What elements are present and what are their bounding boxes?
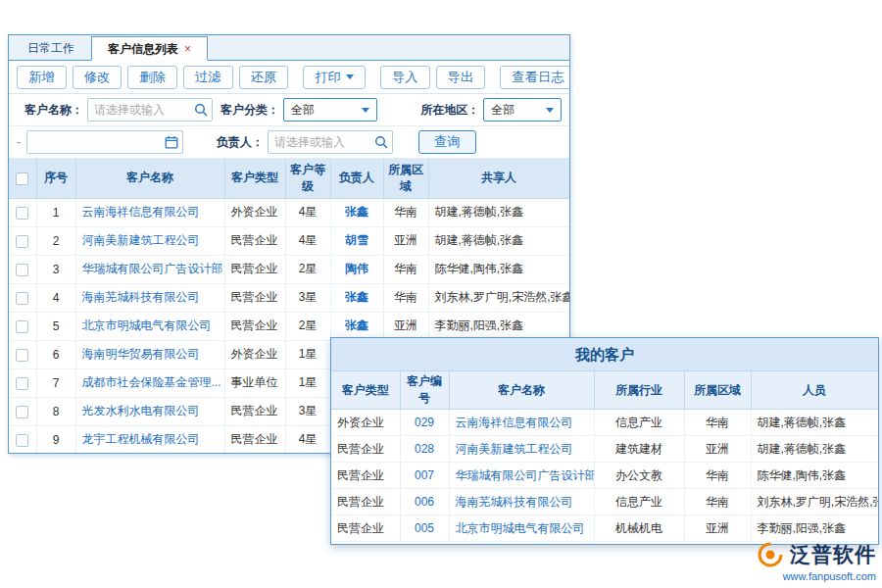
tab-daily-work[interactable]: 日常工作 bbox=[11, 35, 91, 60]
customer-name-link[interactable]: 北京市明城电气有限公司 bbox=[82, 318, 212, 332]
owner-search-box bbox=[268, 130, 393, 154]
export-button[interactable]: 导出 bbox=[436, 66, 486, 89]
filter-button[interactable]: 过滤 bbox=[183, 66, 233, 89]
owner-link[interactable]: 张鑫 bbox=[345, 318, 368, 332]
owner-link[interactable]: 陶伟 bbox=[345, 262, 368, 275]
cell-no: 4 bbox=[36, 283, 75, 312]
customer-category-select[interactable]: 全部 bbox=[283, 98, 377, 122]
cell-people: 胡建,蒋德帧,张鑫 bbox=[751, 410, 878, 436]
date-range-dash: - bbox=[17, 135, 21, 149]
row-checkbox[interactable] bbox=[16, 235, 28, 248]
table-row[interactable]: 民营企业 028 河南美新建筑工程公司 建筑建材 亚洲 胡建,蒋德帧,张鑫 bbox=[331, 436, 878, 463]
search-icon[interactable] bbox=[194, 103, 208, 117]
customer-name-link[interactable]: 河南美新建筑工程公司 bbox=[456, 442, 573, 456]
table-header-row: 序号 客户名称 客户类型 客户等级 负责人 所属区域 共享人 bbox=[9, 159, 569, 198]
toolbar: 新增 修改 删除 过滤 还原 打印 导入 导出 查看日志 bbox=[9, 61, 569, 94]
cell-region: 亚洲 bbox=[684, 515, 751, 542]
row-checkbox[interactable] bbox=[16, 434, 28, 447]
customer-name-link[interactable]: 海南芜城科技有限公司 bbox=[456, 495, 573, 509]
row-checkbox[interactable] bbox=[16, 349, 28, 362]
table-row[interactable]: 民营企业 006 海南芜城科技有限公司 信息产业 华南 刘东林,罗广明,宋浩然,… bbox=[331, 489, 878, 515]
tab-customer-list[interactable]: 客户信息列表× bbox=[91, 36, 208, 61]
customer-name-link[interactable]: 云南海祥信息有限公司 bbox=[456, 416, 573, 429]
cell-level: 2星 bbox=[285, 255, 330, 283]
col-header-type: 客户类型 bbox=[224, 159, 285, 198]
restore-button[interactable]: 还原 bbox=[239, 66, 289, 89]
cell-region: 亚洲 bbox=[383, 226, 428, 255]
row-checkbox[interactable] bbox=[16, 406, 28, 418]
customer-code-link[interactable]: 028 bbox=[415, 442, 434, 456]
my-customers-panel: 我的客户 客户类型 客户编号 客户名称 所属行业 所属区域 人员 外资企业 02… bbox=[330, 337, 879, 545]
customer-name-link[interactable]: 海南芜城科技有限公司 bbox=[82, 290, 200, 304]
customer-code-link[interactable]: 007 bbox=[415, 468, 434, 482]
customer-name-link[interactable]: 华瑞城有限公司广告设计部 bbox=[82, 262, 223, 275]
customer-name-link[interactable]: 云南海祥信息有限公司 bbox=[82, 205, 200, 219]
cell-type: 民营企业 bbox=[331, 515, 400, 542]
calendar-icon[interactable] bbox=[165, 135, 178, 149]
customer-name-link[interactable]: 龙宇工程机械有限公司 bbox=[82, 432, 200, 446]
cell-shared: 李勤丽,阳强,张鑫 bbox=[428, 312, 569, 340]
table-row[interactable]: 3 华瑞城有限公司广告设计部 民营企业 2星 陶伟 华南 陈华健,陶伟,张鑫 bbox=[9, 255, 569, 283]
delete-button[interactable]: 删除 bbox=[127, 66, 177, 89]
logo-website-link[interactable]: www.fanpusoft.com bbox=[783, 570, 876, 582]
cell-type: 民营企业 bbox=[224, 397, 285, 425]
col-header-no: 序号 bbox=[36, 159, 75, 198]
print-button[interactable]: 打印 bbox=[303, 66, 366, 89]
table-row[interactable]: 4 海南芜城科技有限公司 民营企业 3星 张鑫 华南 刘东林,罗广明,宋浩然,张… bbox=[9, 283, 569, 312]
row-checkbox[interactable] bbox=[16, 264, 28, 276]
cell-people: 陈华健,陶伟,张鑫 bbox=[751, 463, 878, 489]
select-all-checkbox[interactable] bbox=[16, 172, 28, 185]
owner-label: 负责人： bbox=[217, 134, 264, 151]
tab-daily-work-label: 日常工作 bbox=[27, 41, 74, 55]
customer-code-link[interactable]: 005 bbox=[415, 521, 434, 535]
search-icon[interactable] bbox=[374, 135, 388, 149]
customer-name-link[interactable]: 华瑞城有限公司广告设计部 bbox=[456, 468, 595, 482]
cell-region: 华南 bbox=[383, 198, 428, 226]
cell-type: 民营企业 bbox=[224, 283, 285, 312]
query-button[interactable]: 查询 bbox=[418, 130, 476, 154]
row-checkbox[interactable] bbox=[16, 207, 28, 220]
add-button[interactable]: 新增 bbox=[17, 66, 67, 89]
row-checkbox[interactable] bbox=[16, 292, 28, 305]
my-customers-table: 客户类型 客户编号 客户名称 所属行业 所属区域 人员 外资企业 029 云南海… bbox=[331, 371, 879, 542]
customer-name-search-box bbox=[87, 98, 213, 122]
cell-type: 民营企业 bbox=[331, 436, 400, 463]
cell-level: 1星 bbox=[285, 340, 330, 368]
cell-shared: 刘东林,罗广明,宋浩然,张鑫 bbox=[428, 283, 569, 312]
table-row[interactable]: 民营企业 007 华瑞城有限公司广告设计部 办公文教 华南 陈华健,陶伟,张鑫 bbox=[331, 463, 878, 489]
table-row[interactable]: 2 河南美新建筑工程公司 民营企业 4星 胡雪 亚洲 胡建,蒋德帧,张鑫 bbox=[9, 226, 569, 255]
cell-region: 亚洲 bbox=[383, 312, 428, 340]
table-row[interactable]: 1 云南海祥信息有限公司 外资企业 4星 张鑫 华南 胡建,蒋德帧,张鑫 bbox=[9, 198, 569, 226]
cell-no: 5 bbox=[36, 312, 75, 340]
cell-region: 华南 bbox=[383, 283, 428, 312]
date-input[interactable] bbox=[26, 130, 183, 154]
cell-no: 7 bbox=[36, 368, 75, 397]
tab-customer-list-label: 客户信息列表 bbox=[108, 42, 178, 56]
view-log-button[interactable]: 查看日志 bbox=[500, 66, 570, 89]
owner-link[interactable]: 胡雪 bbox=[345, 233, 368, 247]
cell-type: 外资企业 bbox=[224, 198, 285, 226]
cell-no: 6 bbox=[36, 340, 75, 368]
modify-button[interactable]: 修改 bbox=[73, 66, 122, 89]
customer-code-link[interactable]: 006 bbox=[415, 495, 434, 509]
region-select[interactable]: 全部 bbox=[483, 98, 562, 122]
owner-link[interactable]: 张鑫 bbox=[345, 290, 368, 304]
customer-name-link[interactable]: 河南美新建筑工程公司 bbox=[82, 233, 200, 247]
customer-name-link[interactable]: 北京市明城电气有限公司 bbox=[456, 521, 585, 535]
customer-name-link[interactable]: 海南明华贸易有限公司 bbox=[82, 347, 200, 361]
table-row[interactable]: 5 北京市明城电气有限公司 民营企业 2星 张鑫 亚洲 李勤丽,阳强,张鑫 bbox=[9, 312, 569, 340]
cell-no: 2 bbox=[36, 226, 75, 255]
customer-name-link[interactable]: 光发水利水电有限公司 bbox=[82, 404, 200, 417]
customer-name-link[interactable]: 成都市社会保险基金管理... bbox=[82, 375, 221, 389]
import-button[interactable]: 导入 bbox=[380, 66, 430, 89]
customer-code-link[interactable]: 029 bbox=[415, 416, 434, 429]
owner-link[interactable]: 张鑫 bbox=[345, 205, 368, 219]
table-row[interactable]: 民营企业 005 北京市明城电气有限公司 机械机电 亚洲 李勤丽,阳强,张鑫 bbox=[331, 515, 878, 542]
col-header-type: 客户类型 bbox=[331, 371, 400, 410]
tab-close-icon[interactable]: × bbox=[184, 42, 191, 56]
table-row[interactable]: 外资企业 029 云南海祥信息有限公司 信息产业 华南 胡建,蒋德帧,张鑫 bbox=[331, 410, 878, 436]
cell-industry: 信息产业 bbox=[594, 410, 684, 436]
cell-shared: 陈华健,陶伟,张鑫 bbox=[428, 255, 569, 283]
row-checkbox[interactable] bbox=[16, 377, 28, 390]
row-checkbox[interactable] bbox=[16, 320, 28, 333]
